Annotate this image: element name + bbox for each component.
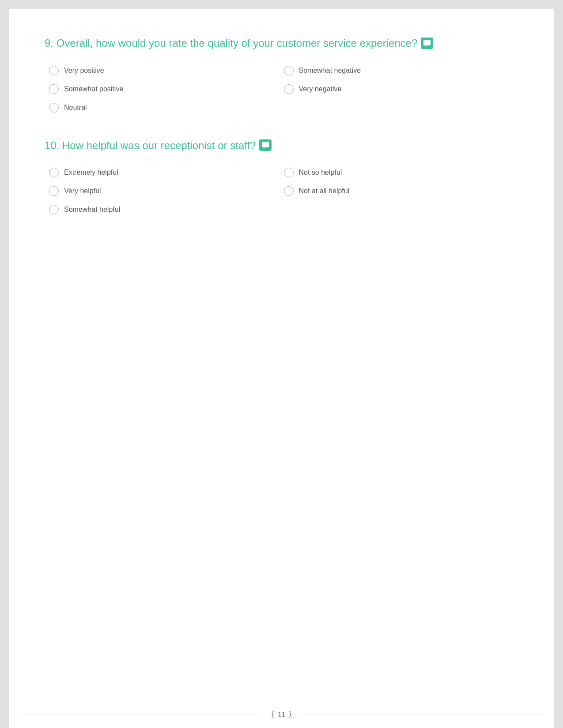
q10-very-helpful-label: Very helpful: [64, 187, 101, 195]
q10-not-so-helpful-label: Not so helpful: [299, 169, 342, 176]
question-9-options-right: Somewhat negative Very negative: [284, 61, 519, 117]
q10-somewhat-helpful-label: Somewhat helpful: [64, 206, 120, 214]
q9-somewhat-positive-label: Somewhat positive: [64, 85, 123, 93]
q10-not-so-helpful-radio[interactable]: [284, 168, 294, 177]
page-number: 11: [274, 710, 289, 718]
q10-not-so-helpful-option[interactable]: Not so helpful: [284, 163, 519, 182]
question-10-options: Extremely helpful Very helpful Somewhat …: [49, 163, 518, 219]
survey-page: 9. Overall, how would you rate the quali…: [9, 9, 554, 728]
q10-extremely-helpful-label: Extremely helpful: [64, 169, 118, 176]
q10-not-at-all-helpful-radio[interactable]: [284, 186, 294, 196]
q10-not-at-all-helpful-label: Not at all helpful: [299, 187, 350, 195]
q10-not-at-all-helpful-option[interactable]: Not at all helpful: [284, 182, 519, 200]
q9-somewhat-positive-radio[interactable]: [49, 84, 59, 94]
q10-extremely-helpful-radio[interactable]: [49, 168, 59, 177]
q10-very-helpful-radio[interactable]: [49, 186, 59, 196]
question-10-text: 10. How helpful was our receptionist or …: [45, 138, 256, 153]
question-9-text: 9. Overall, how would you rate the quali…: [45, 36, 417, 51]
footer-line-right: [300, 714, 545, 714]
q9-very-positive-label: Very positive: [64, 67, 104, 75]
question-10-comment-icon: [259, 139, 272, 151]
question-9-block: 9. Overall, how would you rate the quali…: [45, 36, 518, 117]
question-10-options-right: Not so helpful Not at all helpful: [284, 163, 519, 219]
q9-very-positive-option[interactable]: Very positive: [49, 61, 284, 80]
footer-brace-right: }: [289, 709, 291, 719]
question-10-options-left: Extremely helpful Very helpful Somewhat …: [49, 163, 284, 219]
question-10-block: 10. How helpful was our receptionist or …: [45, 138, 518, 219]
q9-somewhat-negative-option[interactable]: Somewhat negative: [284, 61, 519, 80]
q10-somewhat-helpful-radio[interactable]: [49, 205, 59, 214]
q10-extremely-helpful-option[interactable]: Extremely helpful: [49, 163, 284, 182]
q9-somewhat-negative-label: Somewhat negative: [299, 67, 361, 75]
question-10-title: 10. How helpful was our receptionist or …: [45, 138, 518, 153]
question-9-title: 9. Overall, how would you rate the quali…: [45, 36, 518, 51]
q9-neutral-label: Neutral: [64, 104, 87, 112]
question-9-options-left: Very positive Somewhat positive Neutral: [49, 61, 284, 117]
q9-very-negative-option[interactable]: Very negative: [284, 80, 519, 98]
q9-very-positive-radio[interactable]: [49, 66, 59, 75]
q9-neutral-option[interactable]: Neutral: [49, 98, 284, 117]
question-9-options: Very positive Somewhat positive Neutral …: [49, 61, 518, 117]
page-footer: { 11 }: [9, 709, 554, 719]
question-9-comment-icon: [421, 38, 433, 49]
q9-neutral-radio[interactable]: [49, 103, 59, 113]
q9-very-negative-label: Very negative: [299, 85, 342, 93]
q10-somewhat-helpful-option[interactable]: Somewhat helpful: [49, 200, 284, 219]
q9-very-negative-radio[interactable]: [284, 84, 294, 94]
q9-somewhat-negative-radio[interactable]: [284, 66, 294, 75]
footer-line-left: [18, 714, 263, 714]
q10-very-helpful-option[interactable]: Very helpful: [49, 182, 284, 200]
q9-somewhat-positive-option[interactable]: Somewhat positive: [49, 80, 284, 98]
